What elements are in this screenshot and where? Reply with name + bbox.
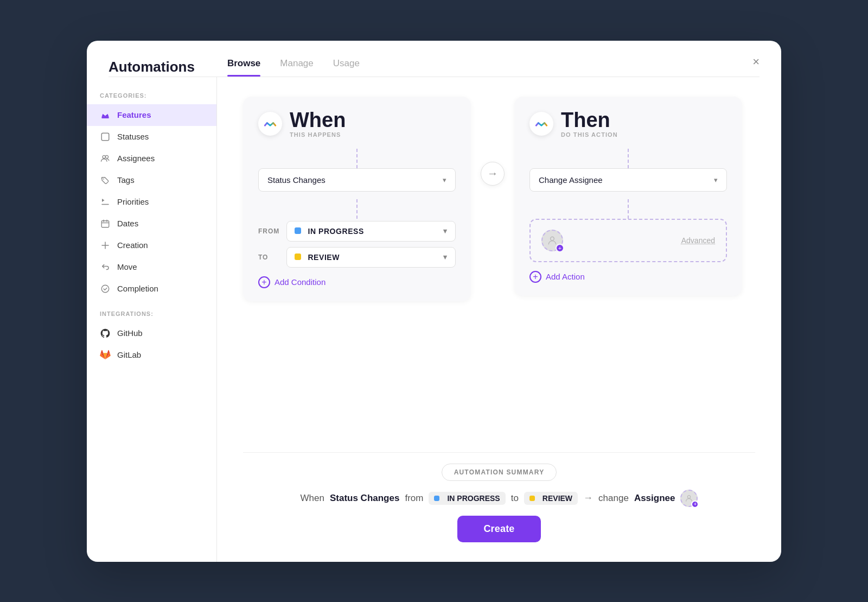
summary-assignee: Assignee [634,493,675,504]
from-to-section: FROM IN PROGRESS ▾ TO [258,221,456,268]
sidebar-item-tags-label: Tags [117,175,135,185]
assignee-avatar-wrap: + [541,230,563,251]
dashed-connector-then-mid [628,199,629,219]
add-action-button[interactable]: + Add Action [529,271,585,283]
then-subtitle: DO THIS ACTION [561,131,618,138]
to-status-dropdown[interactable]: REVIEW ▾ [286,247,456,268]
from-status-chevron: ▾ [443,227,448,235]
action-dropdown[interactable]: Change Assignee ▾ [529,168,727,192]
summary-dot-review [529,496,535,501]
crown-icon [100,110,111,121]
clickup-logo-then [529,112,553,136]
to-row: TO REVIEW ▾ [258,247,456,268]
integrations-label: INTEGRATIONS: [87,310,216,322]
sidebar-item-assignees[interactable]: Assignees [87,148,216,169]
trigger-dropdown-value: Status Changes [267,175,326,185]
completion-icon [100,283,111,294]
modal-body: CATEGORIES: Features [87,77,781,562]
sidebar-item-statuses[interactable]: Statuses [87,126,216,148]
add-action-plus-icon: + [529,271,541,283]
from-status-value: IN PROGRESS [308,227,363,236]
clickup-logo-when [258,112,282,136]
trigger-dropdown[interactable]: Status Changes ▾ [258,168,456,192]
summary-from-text: from [405,493,423,504]
github-icon [100,328,111,339]
sidebar-item-assignees-label: Assignees [117,154,155,163]
to-status-content: REVIEW [295,253,340,262]
trigger-dropdown-chevron: ▾ [443,176,446,184]
sidebar-item-priorities[interactable]: Priorities [87,191,216,213]
summary-section: AUTOMATION SUMMARY When Status Changes f… [243,452,755,542]
from-row: FROM IN PROGRESS ▾ [258,221,456,242]
assignees-icon [100,153,111,164]
add-action-label: Add Action [546,272,585,281]
sidebar-item-completion-label: Completion [117,284,158,293]
create-button[interactable]: Create [457,516,540,542]
sidebar-item-move[interactable]: Move [87,256,216,278]
svg-rect-1 [101,133,109,141]
sidebar-item-creation-label: Creation [117,240,148,250]
add-condition-label: Add Condition [275,277,326,287]
summary-avatar-wrap: + [680,490,698,507]
from-status-dropdown[interactable]: IN PROGRESS ▾ [286,221,456,242]
dashed-connector-then-top [628,149,629,168]
svg-rect-6 [101,220,109,227]
sidebar-item-gitlab[interactable]: GitLab [87,344,216,366]
modal-title: Automations [108,59,195,75]
svg-point-3 [105,155,108,158]
sidebar-item-completion[interactable]: Completion [87,278,216,300]
svg-point-2 [103,155,105,158]
sidebar-item-dates-label: Dates [117,219,138,228]
when-card: When THIS HAPPENS Status Changes ▾ [243,97,471,301]
sidebar-item-features[interactable]: Features [87,104,216,126]
sidebar-item-dates[interactable]: Dates [87,213,216,235]
advanced-link[interactable]: Advanced [681,236,715,245]
move-icon [100,262,111,273]
tabs: Browse Manage Usage [227,58,360,77]
sidebar-item-creation[interactable]: Creation [87,235,216,256]
summary-when: When [301,493,324,504]
add-condition-button[interactable]: + Add Condition [258,276,326,288]
to-status-chevron: ▾ [443,253,448,261]
to-label: TO [258,254,280,261]
when-title: When [290,110,346,130]
summary-in-progress-pill: IN PROGRESS [429,492,505,505]
then-card-header: Then DO THIS ACTION [529,110,727,138]
svg-point-10 [551,237,554,240]
svg-point-11 [688,495,691,498]
tab-manage[interactable]: Manage [280,58,313,77]
summary-arrow-icon: → [583,492,593,504]
then-card: Then DO THIS ACTION Change Assignee ▾ [514,97,742,296]
sidebar-item-github[interactable]: GitHub [87,322,216,344]
sidebar-item-statuses-label: Statuses [117,132,149,141]
summary-text: When Status Changes from IN PROGRESS to … [301,490,698,507]
builder-row: When THIS HAPPENS Status Changes ▾ [243,97,755,301]
sidebar-item-priorities-label: Priorities [117,197,149,206]
sidebar-item-features-label: Features [117,110,151,119]
gitlab-icon [100,350,111,360]
close-button[interactable]: × [752,56,760,68]
arrow-icon: → [487,167,498,180]
tab-browse[interactable]: Browse [227,58,260,77]
sidebar-item-gitlab-label: GitLab [117,350,141,359]
sidebar: CATEGORIES: Features [87,77,217,562]
modal: Automations Browse Manage Usage × CATEGO… [87,41,781,562]
summary-dot-progress [434,496,439,501]
summary-label: AUTOMATION SUMMARY [442,464,557,481]
summary-status-changes: Status Changes [330,493,399,504]
when-subtitle: THIS HAPPENS [290,131,346,138]
assignee-plus-icon: + [556,244,564,252]
from-label: FROM [258,227,280,235]
dates-icon [100,218,111,229]
action-dropdown-chevron: ▾ [714,176,718,184]
action-dropdown-value: Change Assignee [539,175,603,185]
summary-review-label: REVIEW [542,494,572,503]
main-content: When THIS HAPPENS Status Changes ▾ [217,77,781,562]
from-status-content: IN PROGRESS [295,227,364,236]
sidebar-item-move-label: Move [117,262,137,271]
priorities-icon [100,197,111,207]
tab-usage[interactable]: Usage [333,58,360,77]
summary-to-text: to [511,493,519,504]
summary-change-text: change [598,493,629,504]
sidebar-item-tags[interactable]: Tags [87,169,216,191]
